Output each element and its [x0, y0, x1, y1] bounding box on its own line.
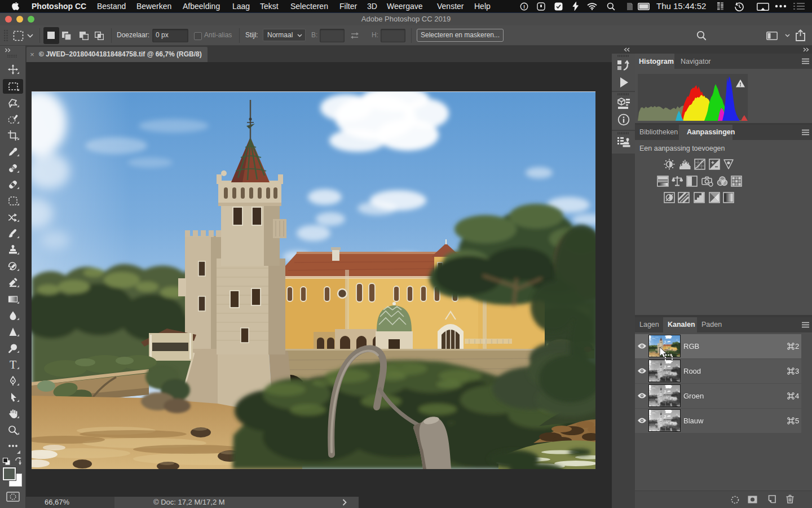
svg-text:!: !: [523, 3, 525, 10]
